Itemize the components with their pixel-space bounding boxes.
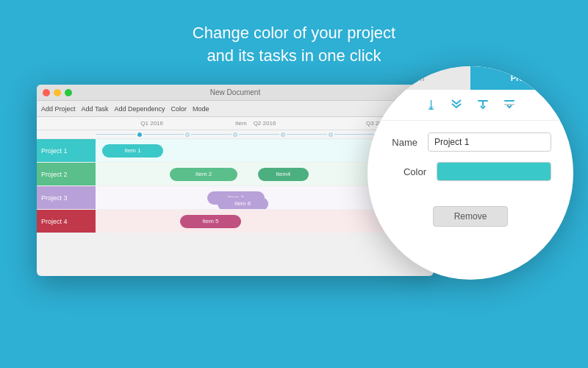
row-label-1: Project 1: [37, 139, 96, 162]
task-bar-1[interactable]: Item 1: [102, 144, 163, 158]
popup-panel: cm Proj... ⤓ Name: [368, 66, 573, 280]
remove-button[interactable]: Remove: [433, 206, 509, 227]
add-dependency-button[interactable]: Add Dependency: [114, 105, 165, 113]
row-label-2: Project 2: [37, 163, 96, 185]
name-label: Name: [390, 137, 417, 148]
close-button[interactable]: [43, 89, 50, 96]
row-label-3: Project 3: [37, 186, 96, 209]
add-project-button[interactable]: Add Project: [41, 105, 76, 113]
name-row: Name: [390, 132, 551, 152]
maximize-button[interactable]: [65, 89, 72, 96]
svg-rect-0: [478, 100, 488, 102]
traffic-lights: [43, 89, 72, 96]
hero-section: Change color of your project and its tas…: [0, 0, 588, 68]
mode-button[interactable]: Mode: [193, 105, 209, 113]
nav-dot-5: [329, 132, 333, 137]
color-swatch[interactable]: [437, 162, 551, 181]
icon-align-down2[interactable]: [450, 97, 463, 114]
item-label: Item: [235, 120, 247, 127]
name-input[interactable]: [428, 132, 551, 152]
task-bar-3b[interactable]: Item 6: [218, 197, 268, 210]
nav-dot-3: [233, 132, 237, 137]
quarter-1: Q1 2016: [96, 120, 208, 127]
svg-rect-2: [504, 104, 514, 105]
task-bar-2a[interactable]: Item 2: [170, 168, 237, 181]
nav-dot-2: [185, 132, 190, 137]
color-label: Color: [390, 166, 426, 177]
nav-dot-4: [281, 132, 285, 137]
task-bar-4[interactable]: Item 5: [180, 215, 241, 228]
gantt-row-4: Project 4 Item 5: [37, 210, 434, 233]
color-button[interactable]: Color: [171, 105, 187, 113]
row-label-4: Project 4: [37, 210, 96, 233]
popup-form: Name Color: [368, 121, 573, 203]
quarter-2: Q2 2016: [208, 120, 320, 127]
tab-project[interactable]: Proj...: [470, 66, 573, 90]
icon-align-down1[interactable]: ⤓: [426, 97, 437, 114]
title-bar: New Document: [37, 85, 434, 101]
svg-rect-1: [504, 100, 514, 102]
window-title: New Document: [210, 88, 260, 96]
nav-dot-1: [137, 132, 142, 137]
toolbar: Add Project Add Task Add Dependency Colo…: [37, 101, 434, 117]
icon-distribute[interactable]: [476, 97, 490, 114]
color-row: Color: [390, 162, 551, 181]
task-bar-2b[interactable]: Item4: [258, 168, 309, 181]
icon-single-down[interactable]: [503, 97, 516, 114]
hero-line2: and its tasks in one click: [207, 46, 381, 65]
hero-line1: Change color of your project: [193, 24, 395, 42]
add-task-button[interactable]: Add Task: [82, 105, 109, 113]
minimize-button[interactable]: [54, 89, 61, 96]
timeline-header: Q1 2016 Q2 2016 Q3 2016 Item: [37, 117, 434, 130]
